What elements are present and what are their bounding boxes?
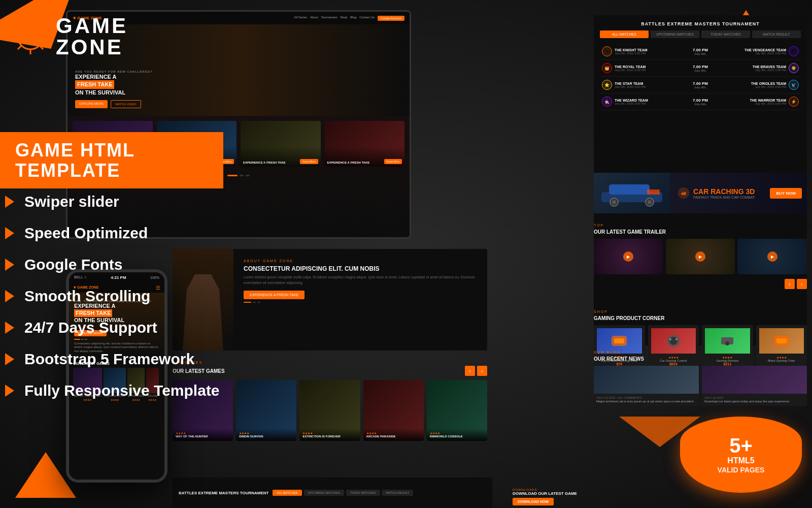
blog-thumb-1 bbox=[594, 366, 699, 394]
badge-shape: 5+ HTML5 VALID PAGES bbox=[680, 417, 802, 493]
product-image-3 bbox=[705, 328, 750, 354]
tb-tab-upcoming[interactable]: UPCOMING MATCHES bbox=[304, 490, 345, 496]
team2-date: July 9th, 2020 3:00 PM bbox=[753, 69, 786, 72]
feature-label: Fully Responsive Template bbox=[24, 382, 220, 399]
svg-point-1 bbox=[24, 30, 37, 43]
feature-arrow-icon bbox=[5, 290, 14, 302]
desktop-hero-title: EXPERIENCE A FRESH TAKE ON THE SURVIVAL bbox=[75, 73, 152, 96]
feature-item: Bootstrap 5 Framework bbox=[5, 351, 220, 368]
about-inner: ABOUT GAME ZONE CONSECTETUR ADIPISCING E… bbox=[173, 249, 487, 351]
title-banner: GAME HTML TEMPLATE bbox=[0, 132, 223, 188]
car-banner-info: 🏎 CAR RACHING 3D FANTASY TRACK AND CAR C… bbox=[670, 182, 770, 205]
team1-icon: 🧙 bbox=[602, 97, 612, 107]
match-date: July 9th, bbox=[688, 86, 713, 89]
trailer-thumb-2[interactable]: ▶ bbox=[666, 239, 735, 274]
about-title: CONSECTETUR ADIPISCING ELIT. CUM NOBIS bbox=[244, 265, 477, 272]
badge-text-pages: VALID PAGES bbox=[718, 466, 765, 474]
badge-text-html5: HTML5 bbox=[727, 456, 754, 465]
feature-arrow-icon bbox=[5, 259, 14, 271]
team2-name: THE BRAVES TEAM bbox=[753, 65, 786, 69]
feature-item: 24/7 Days Support bbox=[5, 319, 220, 336]
desktop-hero-btn2[interactable]: WATCH VIDEO bbox=[111, 100, 141, 108]
svg-point-15 bbox=[648, 200, 652, 204]
logo-text: GAME ZONE bbox=[56, 15, 128, 58]
team2-icon: 🛡 bbox=[789, 46, 799, 56]
product-icon-2 bbox=[663, 333, 684, 348]
match-time: 7.00 PM July 9th, bbox=[688, 81, 713, 89]
product-icon-1 bbox=[609, 333, 629, 348]
tournament-tabs[interactable]: ALL MATCHES UPCOMING MATCHES TODAY MATCH… bbox=[600, 30, 801, 38]
tournament-title: BATTLES EXTREME MASTERS TOURNAMENT bbox=[600, 21, 801, 26]
download-section: DOWNLOADS DOWNLOAD OUR LATEST GAME DOWNL… bbox=[513, 488, 589, 505]
feature-item: Smooth Scrolling bbox=[5, 288, 220, 305]
trailer-next[interactable]: › bbox=[797, 279, 807, 289]
team2-icon: 🦅 bbox=[789, 80, 799, 90]
match-date: July 9th, bbox=[688, 103, 713, 106]
trailer-section: TOP OUR LATEST GAME TRAILER ▶ ▶ ▶ ‹ › bbox=[594, 224, 807, 289]
trailer-grid: ▶ ▶ ▶ ‹ › bbox=[594, 239, 807, 289]
team2-icon: 🦁 bbox=[789, 63, 799, 73]
play-button-1[interactable]: ▶ bbox=[623, 251, 633, 262]
match-rows: ⚔ THE KNIGHT TEAM July 9th, 2020 3:00 PM… bbox=[600, 43, 801, 110]
team2-side: 🦅 THE ORIOLES TEAM July 9th, 2020 3:00 P… bbox=[715, 80, 799, 90]
badge-number: 5+ bbox=[729, 435, 753, 456]
tab-today[interactable]: TODAY MATCHES bbox=[701, 30, 750, 38]
trailer-prev[interactable]: ‹ bbox=[785, 279, 795, 289]
svg-text:🏎: 🏎 bbox=[681, 190, 686, 196]
feature-label: Swiper slider bbox=[24, 193, 119, 210]
svg-rect-20 bbox=[614, 338, 624, 343]
car-subtitle: FANTASY TRACK AND CAR COMBAT bbox=[693, 196, 755, 199]
tb-tab-today[interactable]: TODAY MATCHES bbox=[346, 490, 380, 496]
desktop-card-4: EXPERIENCE A FRESH TAKE Know More bbox=[325, 121, 405, 167]
match-row-1: ⚔ THE KNIGHT TEAM July 9th, 2020 3:00 PM… bbox=[600, 43, 801, 60]
products-label: SHOP bbox=[594, 310, 807, 313]
badge-bottom-right: 5+ HTML5 VALID PAGES bbox=[680, 417, 802, 493]
match-date: July 9th, bbox=[688, 69, 713, 72]
feature-item: Fully Responsive Template bbox=[5, 382, 220, 399]
desktop-nav-links: All Series About Tournament Shop Blog Co… bbox=[294, 16, 404, 21]
team1-icon: 👑 bbox=[602, 63, 612, 73]
svg-point-26 bbox=[725, 341, 729, 345]
product-image-1 bbox=[597, 328, 642, 354]
team1-side: ⭐ THE STAR TEAM July 9th, 2020 3:00 PM bbox=[602, 80, 686, 90]
car-shape-container bbox=[599, 179, 665, 207]
blog-thumb-2 bbox=[702, 366, 807, 394]
svg-rect-11 bbox=[609, 184, 650, 195]
tb-tab-result[interactable]: MATCH RESULT bbox=[382, 490, 414, 496]
about-btn[interactable]: EXPERIENCE A FRESH TAKE bbox=[244, 291, 304, 299]
tb-tab-all[interactable]: ALL MATCHES bbox=[273, 490, 301, 496]
match-date: July 9th, bbox=[688, 52, 713, 55]
about-section: ABOUT GAME ZONE CONSECTETUR ADIPISCING E… bbox=[173, 249, 487, 351]
blog-content-1: JULY 13 2022 • 10+ COMMENTS Magni archit… bbox=[594, 394, 699, 406]
team2-side: 🛡 THE VENGEANCE TEAM July 9th, 2020 3:00… bbox=[715, 46, 799, 56]
trailer-label: TOP bbox=[594, 224, 807, 227]
feature-arrow-icon bbox=[5, 322, 14, 334]
download-button[interactable]: DOWNLOAD NOW bbox=[513, 498, 554, 505]
tab-upcoming[interactable]: UPCOMING MATCHES bbox=[651, 30, 699, 38]
blog-title: OUR RECENT NEWS bbox=[594, 356, 807, 362]
logo-icon bbox=[10, 16, 51, 57]
play-button-2[interactable]: ▶ bbox=[695, 251, 705, 262]
team1-icon: ⭐ bbox=[602, 80, 612, 90]
product-image-2 bbox=[651, 328, 696, 354]
team2-date: July 9th, 2020 3:00 PM bbox=[750, 102, 786, 105]
tab-all-matches[interactable]: ALL MATCHES bbox=[600, 30, 649, 38]
games-nav: ‹ › bbox=[465, 366, 487, 376]
tab-result[interactable]: MATCH RESULT bbox=[752, 30, 801, 38]
features-list: Swiper slider Speed Optimized Google Fon… bbox=[5, 193, 220, 399]
team2-info: THE WARRIOR TEAM July 9th, 2020 3:00 PM bbox=[750, 99, 786, 105]
car-buy-button[interactable]: BUY NOW bbox=[770, 188, 802, 199]
play-button-3[interactable]: ▶ bbox=[767, 251, 777, 262]
feature-arrow-icon bbox=[5, 227, 14, 239]
desktop-hero-btn1[interactable]: EXPLORE MORE bbox=[75, 100, 108, 108]
trailer-thumb-1[interactable]: ▶ bbox=[594, 239, 663, 274]
tournament-bottom-tabs[interactable]: ALL MATCHES UPCOMING MATCHES TODAY MATCH… bbox=[273, 490, 413, 496]
blog-section: OUR BLOG OUR RECENT NEWS JULY 13 2022 • … bbox=[594, 351, 807, 406]
games-prev-btn[interactable]: ‹ bbox=[465, 366, 475, 376]
match-row-2: 👑 THE ROYAL TEAM July 9th, 2020 3:00 PM … bbox=[600, 60, 801, 77]
team1-info: THE WIZARD TEAM July 9th, 2020 3:00 PM bbox=[615, 99, 648, 105]
trailer-thumb-3[interactable]: ▶ bbox=[737, 239, 807, 274]
games-next-btn[interactable]: › bbox=[477, 366, 487, 376]
feature-arrow-icon bbox=[5, 385, 14, 397]
car-image-area bbox=[594, 173, 670, 213]
